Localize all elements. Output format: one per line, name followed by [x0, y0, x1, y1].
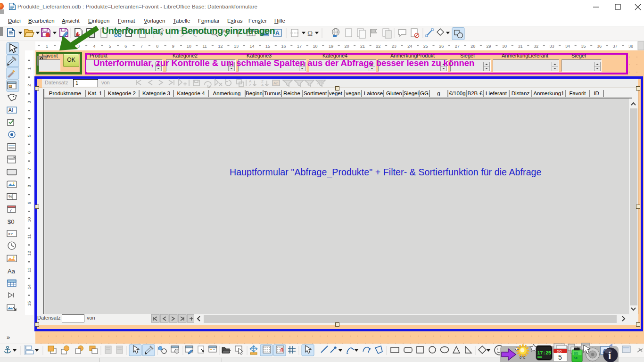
svg-text:3: 3 — [26, 101, 32, 103]
svg-text:20: 20 — [344, 44, 349, 49]
svg-text:2: 2 — [26, 84, 32, 87]
svg-text:5: 5 — [26, 134, 32, 137]
svg-text:35: 35 — [581, 44, 586, 49]
svg-text:KB: KB — [574, 356, 578, 359]
svg-text:5: 5 — [558, 354, 562, 361]
svg-text:1: 1 — [46, 44, 48, 49]
svg-text:25: 25 — [423, 44, 428, 49]
svg-text:34: 34 — [565, 44, 570, 49]
svg-text:8: 8 — [26, 185, 32, 187]
svg-text:36: 36 — [597, 44, 602, 49]
svg-text:10: 10 — [26, 217, 32, 222]
svg-text:10: 10 — [187, 44, 191, 49]
svg-text:19: 19 — [329, 44, 333, 49]
svg-text:9: 9 — [26, 202, 32, 204]
svg-text:30: 30 — [502, 44, 507, 49]
svg-text:DO: DO — [557, 350, 562, 353]
svg-text:1: 1 — [26, 67, 32, 70]
svg-text:38: 38 — [628, 44, 633, 49]
svg-text:29: 29 — [487, 44, 491, 49]
svg-text:7: 7 — [26, 168, 32, 171]
svg-text:21: 21 — [360, 44, 365, 49]
svg-text:Z: Z — [249, 83, 251, 87]
svg-text:9: 9 — [172, 44, 174, 49]
svg-text:7: 7 — [9, 208, 12, 213]
svg-text:A: A — [261, 83, 264, 87]
svg-text:12: 12 — [26, 251, 32, 256]
svg-text:24: 24 — [407, 44, 412, 49]
svg-text:33: 33 — [549, 44, 554, 49]
svg-text:14: 14 — [250, 44, 255, 49]
svg-text:22: 22 — [376, 44, 380, 49]
svg-text:0°C: 0°C — [520, 355, 526, 360]
svg-text:11: 11 — [203, 44, 207, 49]
svg-text:XY: XY — [8, 232, 13, 236]
svg-text:»: » — [7, 334, 10, 341]
svg-text:17:25: 17:25 — [537, 350, 551, 356]
svg-text:32: 32 — [534, 44, 538, 49]
svg-text:13: 13 — [234, 44, 239, 49]
svg-text:%: % — [8, 194, 12, 199]
svg-text:6: 6 — [26, 151, 32, 154]
svg-text:8: 8 — [156, 44, 158, 49]
svg-text:28: 28 — [471, 44, 475, 49]
svg-text:$0: $0 — [8, 218, 14, 225]
svg-text:Aa: Aa — [8, 268, 16, 275]
svg-text:12: 12 — [218, 44, 223, 49]
svg-text:4: 4 — [26, 118, 32, 120]
svg-text:11: 11 — [26, 234, 32, 239]
svg-text:AI: AI — [8, 107, 13, 113]
svg-text:37: 37 — [612, 44, 617, 49]
svg-text:18: 18 — [313, 44, 317, 49]
svg-text:95: 95 — [574, 351, 578, 356]
svg-text:17: 17 — [297, 44, 302, 49]
svg-text:27: 27 — [455, 44, 460, 49]
svg-text:14: 14 — [26, 284, 32, 289]
svg-text:16: 16 — [281, 44, 286, 49]
svg-text:7: 7 — [140, 44, 143, 49]
svg-text:13: 13 — [26, 268, 32, 273]
svg-text:15: 15 — [265, 44, 270, 49]
svg-text:23: 23 — [392, 44, 396, 49]
svg-text:6: 6 — [124, 44, 127, 49]
svg-text:Az: Az — [273, 81, 278, 85]
svg-text:31: 31 — [518, 44, 523, 49]
svg-text:26: 26 — [439, 44, 444, 49]
svg-text:i: i — [608, 350, 611, 362]
svg-text:A: A — [275, 30, 280, 36]
svg-text:15: 15 — [26, 301, 32, 306]
svg-text:Ω: Ω — [307, 30, 313, 37]
